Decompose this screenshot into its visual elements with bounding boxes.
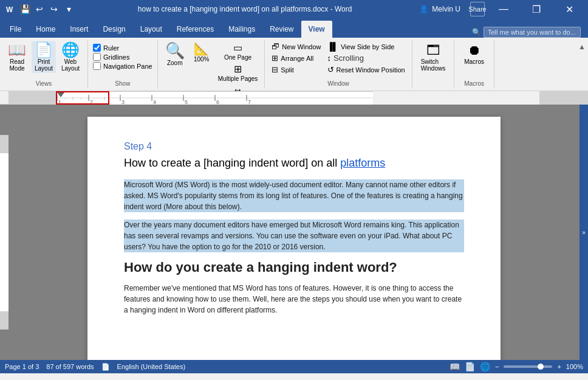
ruler-area: 1 2 3 4 5 6 7 (0, 91, 588, 105)
ribbon-search: 🔍 (467, 27, 586, 38)
title-bar: W 💾 ↩ ↪ ▾ how to create a [hanging inden… (0, 0, 588, 18)
svg-text:2: 2 (90, 99, 93, 105)
vertical-ruler-ticks (0, 105, 9, 360)
doc-para2: Over the years many document editors hav… (124, 219, 464, 252)
read-mode-button[interactable]: 📖 ReadMode (5, 41, 29, 73)
tab-home[interactable]: Home (29, 21, 63, 38)
sync-scrolling-icon: ↕ (327, 54, 332, 63)
tab-file[interactable]: File (2, 21, 29, 38)
show-checkboxes: Ruler Gridlines Navigation Pane (93, 41, 152, 79)
more-qat-button[interactable]: ▾ (62, 2, 75, 16)
split-button[interactable]: ⊟ Split (270, 64, 323, 75)
multiple-pages-button[interactable]: ⊞ Multiple Pages (216, 63, 260, 83)
document-scroll-area[interactable]: Step 4 How to create a [hanging indent w… (9, 105, 579, 360)
web-layout-button[interactable]: 🌐 WebLayout (58, 41, 83, 73)
word-logo-icon: W (5, 4, 15, 14)
multiple-pages-label: Multiple Pages (218, 75, 258, 82)
macros-content: ⏺ Macros (459, 41, 489, 79)
tab-design[interactable]: Design (95, 21, 132, 38)
scrolling-label: Scrolling (333, 54, 364, 63)
navigation-pane-checkbox[interactable]: Navigation Pane (93, 62, 152, 70)
save-button[interactable]: 💾 (18, 2, 32, 16)
zoom-in-btn[interactable]: + (557, 363, 561, 370)
gridlines-checkbox[interactable]: Gridlines (93, 53, 152, 61)
collapse-icon: » (582, 229, 586, 236)
window-left-col: 🗗 New Window ⊞ Arrange All ⊟ Split (270, 41, 323, 75)
print-view-btn[interactable]: 📄 (465, 362, 475, 371)
word-count: 87 of 597 words (46, 363, 94, 370)
web-layout-icon: 🌐 (61, 43, 80, 57)
window-group-label: Window (327, 79, 349, 87)
quick-access-toolbar: 💾 ↩ ↪ ▾ (18, 2, 75, 16)
read-view-btn[interactable]: 📖 (450, 362, 460, 371)
svg-text:3: 3 (121, 99, 125, 105)
multiple-pages-icon: ⊞ (234, 63, 242, 75)
web-view-btn[interactable]: 🌐 (480, 362, 490, 371)
ribbon-group-macros: ⏺ Macros Macros (454, 40, 494, 88)
user-area: 👤 Melvin U (414, 5, 465, 13)
zoom-100-button[interactable]: 📐 100% (190, 41, 214, 64)
search-icon: 🔍 (472, 28, 481, 36)
minimize-button[interactable]: — (490, 0, 518, 18)
arrange-all-button[interactable]: ⊞ Arrange All (270, 53, 323, 63)
print-layout-icon: 📄 (35, 43, 53, 57)
doc-title: How to create a [hanging indent word] on… (124, 157, 464, 170)
print-layout-button[interactable]: 📄 PrintLayout (32, 41, 56, 73)
views-buttons: 📖 ReadMode 📄 PrintLayout 🌐 WebLayout (5, 41, 83, 79)
language: English (United States) (117, 363, 186, 370)
svg-text:W: W (6, 5, 13, 14)
window-right-col: ▐▌ View Side by Side ↕ Scrolling ↺ Reset… (326, 41, 407, 75)
restore-button[interactable]: ❐ (522, 0, 550, 18)
one-page-button[interactable]: ▭ One Page (216, 41, 260, 61)
new-window-icon: 🗗 (272, 42, 279, 51)
vertical-ruler (0, 105, 9, 360)
zoom-percent: 100% (566, 363, 583, 370)
zoom-100-icon: 📐 (194, 43, 209, 55)
tab-layout[interactable]: Layout (133, 21, 169, 38)
macros-button[interactable]: ⏺ Macros (459, 41, 489, 66)
doc-heading: How do you create a hanging indent word? (124, 260, 464, 275)
zoom-out-btn[interactable]: − (495, 363, 499, 370)
svg-rect-23 (0, 153, 9, 311)
title-bar-left: W 💾 ↩ ↪ ▾ (5, 2, 75, 16)
reset-window-button[interactable]: ↺ Reset Window Position (326, 64, 407, 75)
close-button[interactable]: ✕ (555, 0, 583, 18)
ribbon-minimize-button[interactable]: ▲ (578, 43, 586, 51)
ribbon-group-views: 📖 ReadMode 📄 PrintLayout 🌐 WebLayout Vie… (0, 40, 88, 88)
main-area: Step 4 How to create a [hanging indent w… (0, 105, 588, 360)
undo-button[interactable]: ↩ (33, 2, 46, 16)
redo-button[interactable]: ↪ (47, 2, 61, 16)
tab-view[interactable]: View (301, 21, 332, 38)
ruler-checkbox[interactable]: Ruler (93, 44, 152, 52)
tab-references[interactable]: References (169, 21, 221, 38)
view-side-by-side-label: View Side by Side (341, 43, 394, 50)
share-button[interactable]: Share (470, 2, 485, 16)
doc-title-link[interactable]: platforms (340, 157, 385, 169)
show-checkbox-group: Ruler Gridlines Navigation Pane (93, 41, 152, 72)
horizontal-ruler: 1 2 3 4 5 6 7 (9, 91, 588, 105)
indent-marker[interactable] (57, 92, 64, 97)
tab-review[interactable]: Review (262, 21, 301, 38)
user-avatar: 👤 (419, 5, 428, 13)
new-window-button[interactable]: 🗗 New Window (270, 41, 323, 52)
sync-scrolling-button[interactable]: ↕ Scrolling (326, 53, 407, 63)
print-layout-label: PrintLayout (35, 58, 53, 72)
title-bar-controls: 👤 Melvin U Share — ❐ ✕ (414, 0, 583, 18)
zoom-button[interactable]: 🔍 Zoom (163, 41, 187, 67)
new-window-label: New Window (282, 43, 321, 50)
arrange-all-icon: ⊞ (272, 54, 278, 63)
right-collapse-sidebar[interactable]: » (579, 105, 588, 360)
window-group-content: 🗗 New Window ⊞ Arrange All ⊟ Split ▐▌ Vi… (270, 41, 406, 79)
zoom-thumb (538, 364, 544, 370)
tab-mailings[interactable]: Mailings (221, 21, 262, 38)
zoom-100-label: 100% (194, 56, 210, 63)
search-input[interactable] (484, 27, 581, 38)
tab-insert[interactable]: Insert (63, 21, 95, 38)
reset-window-icon: ↺ (327, 65, 334, 74)
ribbon-minimize: ▲ (576, 40, 588, 88)
page-count: Page 1 of 3 (5, 363, 39, 370)
ruler-white-area: 1 2 3 4 5 6 7 (57, 91, 373, 105)
zoom-slider[interactable] (504, 365, 552, 368)
view-side-by-side-button[interactable]: ▐▌ View Side by Side (326, 41, 407, 52)
switch-windows-button[interactable]: 🗔 SwitchWindows (417, 41, 450, 73)
